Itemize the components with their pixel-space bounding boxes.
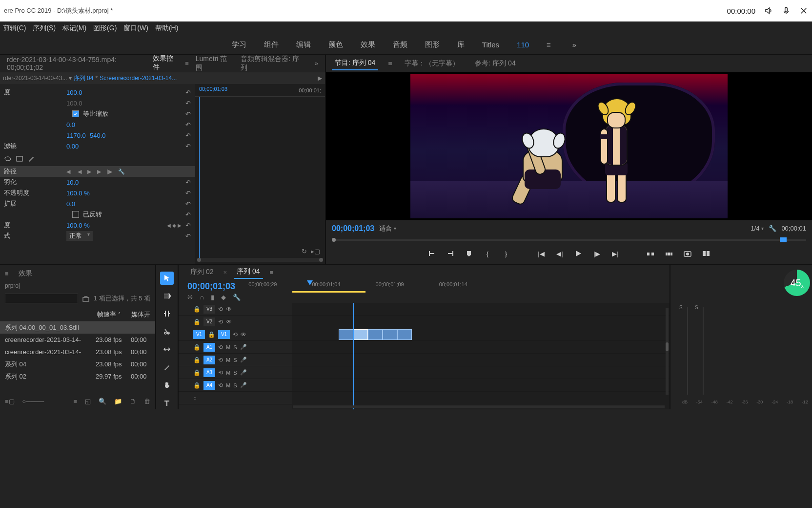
voice-over-icon[interactable]: 🎤 [240, 344, 247, 350]
zoom-slider[interactable]: ○──── [22, 398, 44, 405]
ws-learning[interactable]: 学习 [232, 40, 246, 49]
ws-assembly[interactable]: 组件 [264, 40, 279, 49]
mask-next-kf-icon[interactable]: |▶ [107, 169, 112, 175]
wrench-icon[interactable]: 🔧 [769, 225, 776, 232]
tabs-overflow-icon[interactable]: » [312, 60, 321, 67]
playhead-line[interactable] [353, 303, 354, 409]
menu-clip[interactable]: 剪辑(C) [3, 24, 26, 33]
solo-button[interactable]: S [233, 382, 237, 388]
sync-lock-icon[interactable]: ⟲ [218, 382, 223, 389]
track-v1[interactable]: V1🔒V1⟲👁 [179, 328, 292, 341]
list-view-icon[interactable]: ≡▢ [5, 398, 15, 405]
tl-settings-icon[interactable]: 🔧 [233, 294, 241, 301]
scale-value[interactable]: 100.0 [66, 89, 86, 96]
clip-selected[interactable] [353, 329, 368, 340]
program-scrubbar[interactable] [326, 236, 812, 243]
reset-scale-icon[interactable]: ↶ [183, 89, 192, 96]
horizontal-scrollbar[interactable] [293, 405, 665, 408]
opacity-value[interactable]: 100.0 % [66, 222, 90, 229]
tab-source-clip[interactable]: rder-2021-03-14-00-43-04-759.mp4: 00;00;… [4, 54, 146, 73]
ws-number[interactable]: 110 [517, 41, 529, 49]
col-media-start[interactable]: 媒体开 [131, 310, 150, 319]
mask-prev-kf-icon[interactable]: ◀| [66, 169, 72, 175]
inverted-checkbox[interactable] [72, 211, 79, 218]
lock-icon[interactable]: 🔒 [193, 369, 201, 376]
sync-lock-icon[interactable]: ⟲ [218, 357, 223, 363]
project-menu-icon[interactable]: ≡ [5, 270, 9, 277]
timeline-tab-menu-icon[interactable]: ≡ [270, 269, 274, 276]
reset-mopacity-icon[interactable]: ↶ [183, 190, 192, 197]
timeline-tracks[interactable] [292, 303, 670, 409]
anchor-x[interactable]: 1170.0 [66, 132, 86, 139]
track-a4[interactable]: 🔒A4⟲MS🎤 [179, 379, 292, 392]
mute-button[interactable]: M [226, 370, 230, 376]
sync-lock-icon[interactable]: ⟲ [218, 344, 223, 351]
reset-opacity-icon[interactable]: ↶ [183, 222, 192, 229]
tab-menu-icon[interactable]: ≡ [185, 60, 189, 67]
auto-match-icon[interactable]: ◱ [85, 398, 91, 405]
tab-lumetri[interactable]: Lumetri 范围 [193, 53, 234, 74]
pen-tool-icon[interactable] [160, 361, 174, 374]
project-search-input[interactable] [5, 294, 78, 303]
rect-mask-icon[interactable] [16, 155, 23, 163]
type-tool-icon[interactable] [160, 397, 174, 410]
anchor-y[interactable]: 540.0 [90, 132, 109, 139]
ws-libraries[interactable]: 库 [457, 40, 465, 49]
sort-icon[interactable]: ≡ [73, 398, 77, 405]
play-icon[interactable] [574, 249, 583, 258]
clip[interactable] [383, 329, 397, 340]
clip[interactable] [339, 329, 353, 340]
menu-sequence[interactable]: 序列(S) [33, 24, 56, 33]
mute-button[interactable]: M [226, 382, 230, 388]
timeline-timecode[interactable]: 00;00;01;03 [187, 281, 241, 292]
lock-icon[interactable]: 🔒 [193, 344, 201, 351]
find-icon[interactable]: 🔍 [99, 398, 106, 405]
fit-dropdown[interactable]: 适合 [379, 224, 396, 233]
solo-button[interactable]: S [233, 370, 237, 376]
timeline-ruler[interactable]: 00;00;00;29 00;00;01;04 00;00;01;09 00;0… [245, 281, 661, 287]
bracket-out-icon[interactable]: } [502, 249, 510, 258]
feather-value[interactable]: 10.0 [66, 179, 86, 186]
list-item[interactable]: 系列 0229.97 fps00;00 [0, 370, 155, 382]
mask-opacity-value[interactable]: 100.0 % [66, 190, 90, 197]
mark-out-icon[interactable] [446, 249, 455, 258]
blend-mode-dropdown[interactable]: 正常 [66, 231, 93, 241]
list-item[interactable]: 系列 04.00_00_01_03.Still [0, 321, 155, 334]
ws-color[interactable]: 颜色 [328, 40, 343, 49]
program-timecode[interactable]: 00;00;01;03 [332, 224, 374, 233]
extract-icon[interactable] [665, 249, 673, 258]
tab-reference[interactable]: 参考: 序列 04 [472, 57, 518, 70]
pen-mask-icon[interactable] [27, 155, 35, 163]
zoom-out-icon[interactable]: ○ [193, 395, 197, 401]
ws-graphics[interactable]: 图形 [425, 40, 440, 49]
step-forward-icon[interactable]: |▶ [592, 249, 601, 258]
speaker-icon[interactable] [764, 6, 773, 15]
ripple-edit-tool-icon[interactable] [160, 307, 174, 320]
lock-icon[interactable]: 🔒 [193, 318, 201, 325]
uniform-scale-checkbox[interactable]: ✔ [72, 110, 79, 117]
effect-playhead-line[interactable] [199, 97, 200, 258]
eye-icon[interactable]: 👁 [226, 318, 232, 325]
tab-sequence-04[interactable]: 序列 04 [234, 265, 263, 279]
mark-in-icon[interactable] [427, 249, 436, 258]
ws-editing[interactable]: 编辑 [296, 40, 311, 49]
reset-rot-icon[interactable]: ↶ [183, 121, 192, 128]
work-area-bar[interactable] [292, 291, 365, 293]
menu-help[interactable]: 帮助(H) [155, 24, 178, 33]
solo-button[interactable]: S [233, 357, 237, 363]
mask-step-fwd-icon[interactable]: ▶ [97, 169, 101, 175]
voice-over-icon[interactable]: 🎤 [240, 357, 247, 363]
reset-inv-icon[interactable]: ↶ [183, 211, 192, 218]
source-patch[interactable]: V1 [193, 330, 205, 339]
list-item[interactable]: creenrecorder-2021-03-14-23.08 fps00;00 [0, 346, 155, 358]
eye-icon[interactable]: 👁 [226, 306, 232, 313]
tab-program[interactable]: 节目: 序列 04 [332, 57, 378, 70]
ws-titles[interactable]: Titles [482, 41, 499, 49]
col-framerate[interactable]: 帧速率˄ [97, 310, 121, 319]
go-to-in-icon[interactable]: |◀ [537, 249, 546, 258]
lock-icon[interactable]: 🔒 [193, 306, 201, 313]
voice-over-icon[interactable]: 🎤 [240, 369, 247, 376]
selection-tool-icon[interactable] [160, 272, 174, 285]
clip[interactable] [368, 329, 383, 340]
rotation-value[interactable]: 0.0 [66, 121, 86, 128]
